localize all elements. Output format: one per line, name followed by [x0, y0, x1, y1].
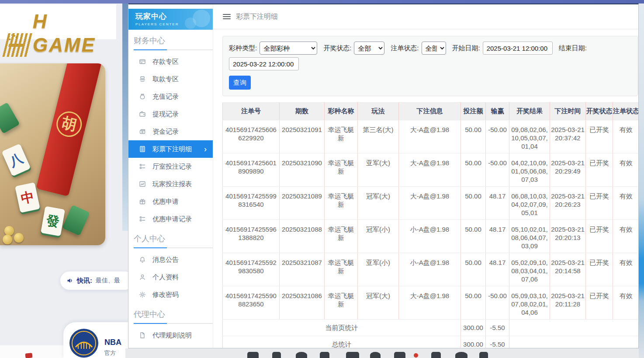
table-cell: 05,09,03,10,07,08,02,01,04,06: [509, 286, 550, 320]
sidebar-item-gear[interactable]: 修改密码: [128, 286, 213, 303]
section-divider: [134, 247, 213, 248]
sidebar-item-label: 资金记录: [152, 128, 179, 136]
sidebar-item-withdraw[interactable]: 取款专区: [128, 70, 213, 88]
table-cell: 20250321088: [280, 220, 325, 253]
sidebar-item-label: 修改密码: [152, 291, 179, 299]
sidebar-item-promo-apply[interactable]: 优惠申请: [128, 193, 213, 210]
sidebar-item-funds[interactable]: 资金记录: [128, 123, 213, 140]
table-row: 40156917425601890989020250321090幸运飞艇新亚军(…: [223, 153, 639, 187]
news-ticker[interactable]: 快讯: 最佳、最: [60, 271, 134, 290]
table-cell: 亚军(小): [358, 253, 399, 286]
sidebar-item-deposit[interactable]: 存款专区: [128, 53, 213, 70]
table-cell: -50.00: [486, 286, 509, 320]
table-cell: 已开奖: [586, 220, 613, 253]
table-cell: 大-A盘@1.98: [399, 153, 461, 187]
table-cell: 亚军(大): [358, 153, 399, 187]
gold-coin: [4, 226, 14, 236]
table-cell: 第三名(大): [358, 120, 399, 153]
hall-bet-icon: [139, 163, 146, 170]
start-date-input[interactable]: [483, 42, 553, 55]
sidebar-item-doc[interactable]: 代理规则说明: [128, 327, 213, 344]
table-cell: 401569174255961388820: [223, 220, 280, 253]
warriors-logo-icon: [69, 329, 98, 358]
hamburger-menu-icon[interactable]: [223, 14, 231, 19]
ticker-text: 最佳、最: [96, 277, 120, 285]
order-status-label: 注单状态:: [391, 44, 419, 52]
logo-dots: [8, 36, 10, 38]
column-header: 下注信息: [399, 103, 461, 120]
section-title: 代理中心: [134, 309, 213, 320]
mahjong-tile-back: [0, 102, 20, 134]
sidebar-item-cashout[interactable]: 提现记录: [128, 105, 213, 123]
background-page-footer-remnants: [125, 348, 639, 358]
section-divider: [134, 49, 213, 50]
summary-bet-total: 300.00: [461, 336, 486, 349]
sidebar-item-bell[interactable]: 消息公告: [128, 251, 213, 268]
table-cell: 有效: [613, 286, 639, 320]
sidebar-item-recharge[interactable]: 充值记录: [128, 88, 213, 105]
table-cell: 401569174256018909890: [223, 153, 280, 187]
summary-row: 总统计300.00-5.50: [223, 336, 639, 349]
lottery-type-select[interactable]: 全部彩种: [260, 42, 317, 55]
sidebar-item-label: 彩票下注明细: [152, 145, 192, 153]
sidebar-title: 玩家中心: [135, 11, 213, 21]
player-center-panel: 玩家中心 PLAYERS CENTER 财务中心存款专区取款专区充值记录提现记录…: [128, 3, 639, 348]
red-ribbon: 胡: [36, 63, 102, 196]
sidebar-item-person[interactable]: 个人资料: [128, 268, 213, 286]
table-cell: 有效: [613, 187, 639, 220]
table-cell: 05,02,09,10,08,03,04,01,07,06: [509, 253, 550, 286]
section-title: 个人中心: [134, 233, 213, 244]
table-cell: 2025-03-21 20:20:13: [550, 220, 586, 253]
search-button[interactable]: 查询: [229, 76, 251, 90]
sidebar-item-label: 优惠申请记录: [152, 215, 192, 223]
ticker-label: 快讯:: [77, 277, 92, 285]
summary-winloss-total: -5.50: [486, 336, 509, 349]
table-cell: 幸运飞艇新: [325, 220, 358, 253]
footer-glyph-fragment: [346, 352, 359, 358]
table-cell: 20250321090: [280, 153, 325, 187]
footer-glyph-fragment: [431, 352, 441, 358]
column-header: 投注额: [461, 103, 486, 120]
table-cell: 50.00: [461, 286, 486, 320]
table-cell: 冠军(小): [358, 220, 399, 253]
nba-card[interactable]: NBA 官方: [63, 322, 129, 358]
sidebar-item-label: 个人资料: [152, 273, 179, 282]
table-row: 40156917425596138882020250321088幸运飞艇新冠军(…: [223, 220, 639, 253]
table-cell: 冠军(大): [358, 187, 399, 220]
footer-glyph-fragment: [296, 352, 307, 358]
nba-card-title: NBA: [104, 338, 121, 347]
mahjong-tile-back: [62, 205, 90, 236]
table-cell: 50.00: [461, 220, 486, 253]
main-content: 彩票下注明细 彩种类型: 全部彩种 开奖状态: 全部 注单状态: 全部 开始日期…: [213, 4, 639, 348]
sidebar-item-label: 消息公告: [152, 256, 179, 264]
background-page-right-sliver: [639, 3, 644, 358]
person-icon: [139, 274, 146, 281]
table-cell: 401569174256066229920: [223, 120, 280, 153]
summary-label: 总统计: [223, 336, 461, 349]
sidebar-item-player-report[interactable]: 玩家投注报表: [128, 175, 213, 193]
gold-coin: [3, 235, 12, 244]
sidebar-item-lottery-detail[interactable]: 彩票下注明细›: [128, 140, 213, 158]
order-status-select[interactable]: 全部: [422, 42, 446, 55]
footer-red-dot: [414, 353, 418, 358]
promo-record-icon: [139, 215, 146, 222]
sidebar-item-hall-bet[interactable]: 厅室投注记录: [128, 158, 213, 175]
footer-glyph-fragment: [272, 352, 281, 358]
sidebar-subtitle: PLAYERS CENTER: [135, 22, 213, 26]
table-cell: 幸运飞艇新: [325, 187, 358, 220]
table-cell: 有效: [613, 220, 639, 253]
table-cell: 大-A盘@1.98: [399, 187, 461, 220]
sidebar-item-news[interactable]: 代理团队统计: [128, 344, 213, 348]
table-cell: 幸运飞艇新: [325, 120, 358, 153]
table-cell: 20250321091: [280, 120, 325, 153]
footer-glyph-fragment: [394, 352, 405, 358]
table-cell: 401569174255998316540: [223, 187, 280, 220]
footer-glyph-fragment: [320, 352, 329, 358]
sidebar-item-promo-record[interactable]: 优惠申请记录: [128, 210, 213, 228]
summary-winloss-total: -5.50: [486, 320, 509, 336]
draw-status-label: 开奖状态:: [323, 44, 351, 52]
draw-status-select[interactable]: 全部: [354, 42, 384, 55]
end-date-input[interactable]: [229, 57, 299, 70]
mahjong-tile-fa: 發: [41, 206, 65, 236]
bell-icon: [139, 256, 146, 263]
